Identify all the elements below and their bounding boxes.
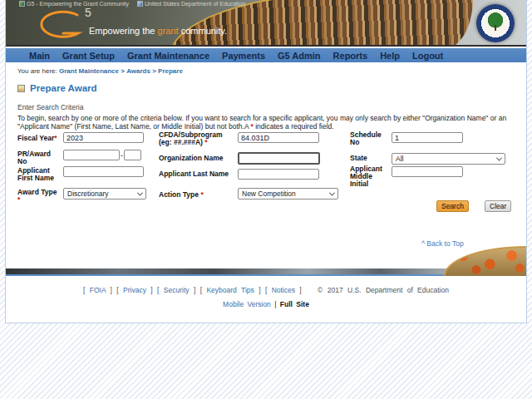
award-type-label: Award Type* [17, 189, 67, 204]
header-tagline: Empowering the grant community. [89, 26, 227, 36]
top-link-g5-label: G5 - Empowering the Grant Community [27, 1, 129, 7]
g5-logo-icon [36, 10, 84, 45]
organization-name-label: Organization Name [159, 155, 242, 162]
applicant-middle-initial-label: Applicant Middle Initial [350, 165, 387, 188]
chevron-down-icon [329, 190, 335, 195]
g5-favicon-icon [19, 1, 25, 7]
footer-version-row: Mobile Version | Full Site [6, 300, 526, 308]
action-type-select[interactable]: New Competition [238, 188, 338, 200]
footer-link-keyboard-tips[interactable]: Keyboard Tips [206, 286, 254, 294]
full-site-link[interactable]: Full Site [280, 300, 309, 308]
state-label: State [350, 155, 383, 162]
top-link-g5[interactable]: G5 - Empowering the Grant Community [19, 1, 129, 7]
department-of-education-seal-icon [476, 4, 515, 42]
applicant-last-name-input[interactable] [238, 169, 319, 180]
pr-award-no-suffix-input[interactable] [124, 150, 141, 160]
cfda-label: CFDA/Subprogram(eg: ##.###A) * [159, 131, 238, 146]
doe-favicon-icon [137, 1, 143, 7]
search-button[interactable]: Search [436, 200, 469, 212]
bookshelf-photo [165, 0, 478, 47]
applicant-first-name-label: Applicant First Name [17, 167, 59, 182]
fiscal-year-label: Fiscal Year* [17, 135, 67, 142]
pr-award-no-label: PR/Award No [17, 150, 57, 165]
breadcrumb-prefix: You are here: [17, 67, 57, 75]
nav-item-g5-admin[interactable]: G5 Admin [278, 51, 321, 61]
page-title: Prepare Award [17, 83, 97, 93]
action-type-label: Action Type * [159, 191, 225, 199]
footer-link-privacy[interactable]: Privacy [123, 286, 146, 294]
top-links: G5 - Empowering the Grant Community Unit… [19, 1, 245, 7]
cfda-input[interactable] [238, 132, 319, 143]
classroom-desks-photo [444, 246, 526, 276]
organization-name-input[interactable] [238, 152, 320, 165]
tagline-grant-word: grant [158, 26, 179, 36]
footer-link-foia[interactable]: FOIA [90, 286, 106, 294]
schedule-no-input[interactable] [392, 132, 463, 143]
schedule-no-label: Schedule No [350, 131, 385, 146]
footer-link-security[interactable]: Security [164, 286, 190, 294]
nav-item-reports[interactable]: Reports [333, 51, 368, 61]
applicant-last-name-label: Applicant Last Name [159, 170, 246, 178]
chevron-down-icon [496, 155, 502, 160]
state-select[interactable]: All [392, 153, 505, 165]
breadcrumb-prepare[interactable]: Prepare [158, 67, 183, 75]
nav-item-help[interactable]: Help [380, 51, 400, 61]
main-nav: Main Grant Setup Grant Maintenance Payme… [6, 48, 526, 62]
nav-item-logout[interactable]: Logout [412, 51, 443, 61]
g5-logo-number: 5 [85, 6, 91, 19]
desktop: { "top_links": [ { "label": "G5 - Empowe… [0, 0, 532, 399]
footer-links-row: [ FOIA ] [ Privacy ] [ Security ] [ Keyb… [6, 286, 526, 294]
breadcrumb-awards[interactable]: Awards [126, 67, 150, 75]
top-link-doe-label: United States Department of Education [145, 1, 245, 7]
form-icon [17, 85, 25, 92]
footer-divider: | [274, 300, 276, 308]
applicant-first-name-input[interactable] [63, 166, 144, 177]
back-to-top-link[interactable]: ^ Back to Top [421, 239, 464, 248]
top-link-doe[interactable]: United States Department of Education [137, 1, 245, 7]
applicant-middle-initial-input[interactable] [392, 166, 463, 177]
footer-link-notices[interactable]: Notices [272, 286, 295, 294]
clear-button[interactable]: Clear [485, 200, 511, 212]
g5-application-window: G5 - Empowering the Grant Community Unit… [5, 0, 527, 323]
chevron-down-icon [137, 190, 143, 195]
copyright-text: © 2017 U.S. Department of Education [318, 286, 449, 294]
pr-award-no-input[interactable] [63, 150, 120, 160]
nav-item-grant-setup[interactable]: Grant Setup [62, 51, 115, 61]
nav-item-grant-maintenance[interactable]: Grant Maintenance [127, 51, 209, 61]
breadcrumb: You are here: Grant Maintenance > Awards… [17, 67, 183, 75]
nav-item-payments[interactable]: Payments [222, 51, 265, 61]
section-heading: Enter Search Criteria [17, 103, 83, 111]
pr-award-no-separator: - [121, 151, 123, 160]
fiscal-year-input[interactable] [63, 132, 144, 143]
breadcrumb-grant-maintenance[interactable]: Grant Maintenance [59, 67, 119, 75]
award-type-select[interactable]: Discretionary [63, 188, 146, 200]
nav-item-main[interactable]: Main [29, 51, 50, 61]
instructions-text: To begin, search by one or more of the c… [17, 114, 520, 131]
header-banner: G5 - Empowering the Grant Community Unit… [6, 0, 526, 47]
mobile-version-link[interactable]: Mobile Version [223, 300, 271, 308]
